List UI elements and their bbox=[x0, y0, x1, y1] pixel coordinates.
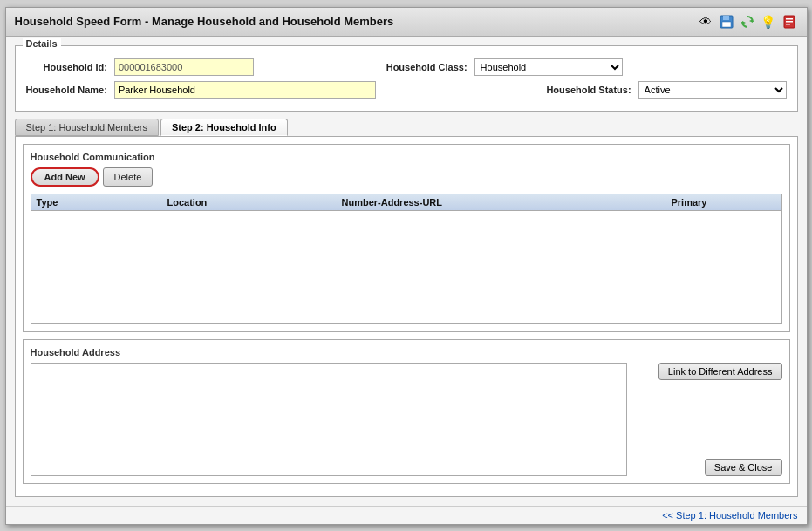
svg-rect-7 bbox=[786, 21, 793, 23]
household-communication-section: Household Communication Add New Delete T… bbox=[23, 144, 790, 332]
delete-button[interactable]: Delete bbox=[103, 167, 154, 187]
tab-household-members[interactable]: Step 1: Household Members bbox=[15, 119, 159, 136]
refresh-icon[interactable] bbox=[739, 13, 756, 31]
household-class-select[interactable]: Household bbox=[474, 58, 623, 76]
report-icon[interactable] bbox=[781, 13, 798, 31]
household-id-label: Household Id: bbox=[24, 62, 107, 72]
svg-marker-4 bbox=[742, 21, 746, 24]
details-section: Details Household Id: Household Class: H… bbox=[15, 45, 798, 112]
details-grid: Household Id: Household Class: Household… bbox=[24, 53, 788, 104]
household-address-label: Household Address bbox=[31, 347, 782, 357]
add-new-button[interactable]: Add New bbox=[31, 167, 99, 187]
household-status-select[interactable]: Active bbox=[638, 81, 787, 99]
household-communication-label: Household Communication bbox=[31, 152, 782, 162]
col-primary: Primary bbox=[672, 197, 776, 208]
save-close-button[interactable]: Save & Close bbox=[705, 459, 782, 476]
main-content: Details Household Id: Household Class: H… bbox=[6, 37, 807, 506]
communication-button-row: Add New Delete bbox=[31, 167, 782, 187]
address-inner: Link to Different Address Save & Close bbox=[31, 363, 782, 476]
col-type: Type bbox=[37, 197, 167, 208]
col-location: Location bbox=[167, 197, 342, 208]
tab-content: Household Communication Add New Delete T… bbox=[15, 136, 798, 497]
household-status-label: Household Status: bbox=[474, 85, 631, 95]
household-id-input[interactable] bbox=[114, 58, 254, 76]
tab-household-info[interactable]: Step 2: Household Info bbox=[160, 119, 288, 136]
household-name-label: Household Name: bbox=[24, 85, 107, 95]
title-bar: Household Speed Form - Manage Household … bbox=[6, 8, 807, 37]
link-to-different-address-button[interactable]: Link to Different Address bbox=[658, 363, 782, 380]
address-textarea[interactable] bbox=[31, 363, 627, 476]
toolbar-icons: 👁 💡 bbox=[697, 13, 798, 31]
window-title: Household Speed Form - Manage Household … bbox=[15, 15, 394, 28]
col-number-address-url: Number-Address-URL bbox=[342, 197, 672, 208]
svg-rect-6 bbox=[786, 18, 793, 20]
eye-icon[interactable]: 👁 bbox=[697, 13, 714, 31]
lightbulb-icon[interactable]: 💡 bbox=[760, 13, 777, 31]
address-right-panel: Link to Different Address Save & Close bbox=[634, 363, 782, 476]
main-window: Household Speed Form - Manage Household … bbox=[5, 7, 808, 525]
svg-rect-8 bbox=[786, 24, 790, 25]
svg-rect-2 bbox=[722, 22, 731, 27]
details-section-label: Details bbox=[23, 38, 61, 49]
household-address-section: Household Address Link to Different Addr… bbox=[23, 339, 790, 484]
household-name-input[interactable] bbox=[114, 81, 376, 99]
communication-table-body bbox=[31, 211, 782, 324]
communication-table-header: Type Location Number-Address-URL Primary bbox=[31, 194, 782, 211]
back-to-step1-link[interactable]: << Step 1: Household Members bbox=[662, 510, 797, 521]
svg-marker-3 bbox=[749, 19, 753, 23]
svg-rect-1 bbox=[723, 16, 729, 20]
bottom-bar: << Step 1: Household Members bbox=[6, 506, 807, 524]
household-class-label: Household Class: bbox=[385, 62, 467, 72]
save-icon[interactable] bbox=[718, 13, 735, 31]
tabs-row: Step 1: Household Members Step 2: Househ… bbox=[15, 119, 798, 136]
